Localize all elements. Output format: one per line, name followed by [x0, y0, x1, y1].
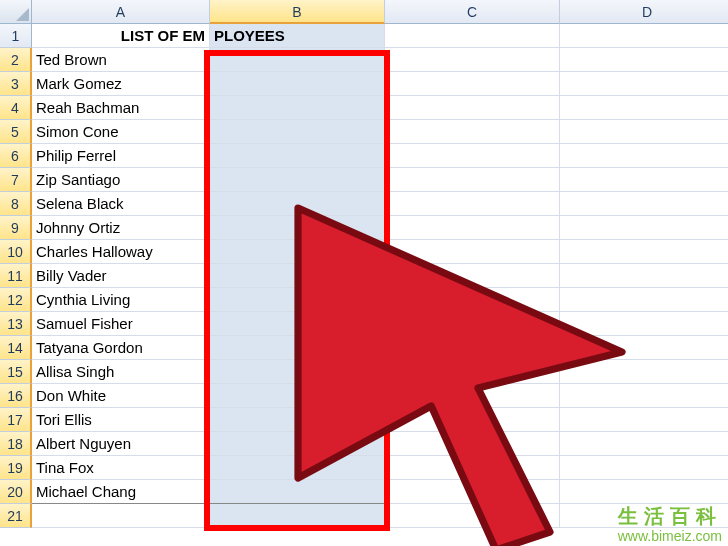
row-header[interactable]: 17 [0, 408, 32, 432]
cell[interactable] [210, 432, 385, 456]
cell[interactable]: Albert Nguyen [32, 432, 210, 456]
cell[interactable] [210, 120, 385, 144]
cell[interactable] [210, 264, 385, 288]
cell[interactable] [560, 480, 728, 504]
cell[interactable] [560, 192, 728, 216]
column-header-b[interactable]: B [210, 0, 385, 24]
cell[interactable] [560, 48, 728, 72]
cell[interactable]: Simon Cone [32, 120, 210, 144]
cell[interactable] [560, 408, 728, 432]
cell[interactable] [210, 384, 385, 408]
cell[interactable] [560, 72, 728, 96]
row-header[interactable]: 12 [0, 288, 32, 312]
cell[interactable]: Don White [32, 384, 210, 408]
column-header-d[interactable]: D [560, 0, 728, 24]
cell[interactable]: Allisa Singh [32, 360, 210, 384]
row-header[interactable]: 9 [0, 216, 32, 240]
cell[interactable]: Michael Chang [32, 480, 210, 504]
cell[interactable] [560, 216, 728, 240]
cell[interactable] [560, 384, 728, 408]
cell[interactable] [385, 240, 560, 264]
cell[interactable] [210, 288, 385, 312]
row-header[interactable]: 10 [0, 240, 32, 264]
cell[interactable] [385, 120, 560, 144]
cell[interactable]: Reah Bachman [32, 96, 210, 120]
cell[interactable] [560, 240, 728, 264]
cell[interactable] [385, 288, 560, 312]
cell[interactable] [210, 192, 385, 216]
cell[interactable]: Cynthia Living [32, 288, 210, 312]
cell[interactable]: Mark Gomez [32, 72, 210, 96]
cell[interactable]: Tatyana Gordon [32, 336, 210, 360]
cell[interactable] [385, 144, 560, 168]
row-header[interactable]: 16 [0, 384, 32, 408]
row-header[interactable]: 15 [0, 360, 32, 384]
cell[interactable] [560, 168, 728, 192]
cell[interactable] [385, 168, 560, 192]
cell[interactable] [560, 144, 728, 168]
cell[interactable]: Ted Brown [32, 48, 210, 72]
row-header[interactable]: 19 [0, 456, 32, 480]
cell[interactable] [210, 408, 385, 432]
cell[interactable] [385, 336, 560, 360]
row-header[interactable]: 1 [0, 24, 32, 48]
cell[interactable] [560, 432, 728, 456]
cell[interactable] [210, 216, 385, 240]
cell[interactable] [560, 360, 728, 384]
cell[interactable] [560, 24, 728, 48]
cell[interactable] [32, 504, 210, 528]
cell[interactable] [385, 360, 560, 384]
cell[interactable] [560, 312, 728, 336]
cell[interactable] [210, 480, 385, 504]
row-header[interactable]: 14 [0, 336, 32, 360]
cell[interactable]: Tori Ellis [32, 408, 210, 432]
cell[interactable] [385, 384, 560, 408]
cell[interactable] [385, 24, 560, 48]
cell[interactable]: Zip Santiago [32, 168, 210, 192]
cell[interactable] [210, 312, 385, 336]
cell[interactable] [385, 456, 560, 480]
cell[interactable] [210, 456, 385, 480]
cell[interactable] [210, 48, 385, 72]
column-header-c[interactable]: C [385, 0, 560, 24]
row-header[interactable]: 8 [0, 192, 32, 216]
cell[interactable] [385, 432, 560, 456]
row-header[interactable]: 4 [0, 96, 32, 120]
row-header[interactable]: 5 [0, 120, 32, 144]
column-header-a[interactable]: A [32, 0, 210, 24]
cell[interactable]: Tina Fox [32, 456, 210, 480]
select-all-corner[interactable] [0, 0, 32, 24]
row-header[interactable]: 21 [0, 504, 32, 528]
cell[interactable] [385, 264, 560, 288]
cell[interactable] [385, 192, 560, 216]
row-header[interactable]: 6 [0, 144, 32, 168]
cell[interactable] [560, 288, 728, 312]
cell[interactable]: PLOYEES [210, 24, 385, 48]
cell[interactable] [210, 96, 385, 120]
cell[interactable] [210, 504, 385, 528]
row-header[interactable]: 18 [0, 432, 32, 456]
cell[interactable] [560, 456, 728, 480]
cell[interactable]: Philip Ferrel [32, 144, 210, 168]
row-header[interactable]: 7 [0, 168, 32, 192]
cell[interactable] [560, 264, 728, 288]
spreadsheet-grid[interactable]: ABCD1LIST OF EMPLOYEES2Ted Brown3Mark Go… [0, 0, 728, 528]
cell[interactable] [385, 408, 560, 432]
row-header[interactable]: 20 [0, 480, 32, 504]
cell[interactable] [385, 312, 560, 336]
cell[interactable] [385, 480, 560, 504]
cell[interactable] [210, 240, 385, 264]
cell[interactable] [560, 96, 728, 120]
cell[interactable] [210, 72, 385, 96]
cell[interactable]: Johnny Ortiz [32, 216, 210, 240]
cell[interactable]: Billy Vader [32, 264, 210, 288]
cell[interactable]: Samuel Fisher [32, 312, 210, 336]
row-header[interactable]: 2 [0, 48, 32, 72]
cell[interactable] [385, 96, 560, 120]
cell[interactable] [210, 144, 385, 168]
cell[interactable]: Selena Black [32, 192, 210, 216]
cell[interactable] [385, 216, 560, 240]
cell[interactable] [210, 360, 385, 384]
cell[interactable] [210, 168, 385, 192]
cell[interactable]: LIST OF EM [32, 24, 210, 48]
